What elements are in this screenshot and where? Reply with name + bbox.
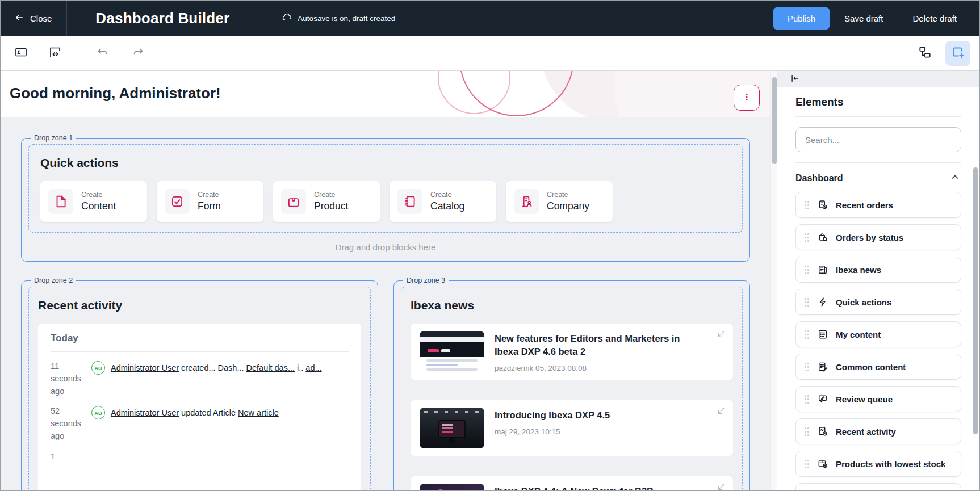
drag-handle-icon[interactable] bbox=[804, 427, 810, 437]
workspace: Good morning, Administrator! Drop zone 1… bbox=[1, 71, 979, 491]
builder-toolbar bbox=[1, 36, 979, 71]
quick-actions-block[interactable]: Quick actions CreateContentCreateFormCre… bbox=[28, 144, 743, 233]
undo-icon bbox=[95, 45, 109, 61]
avatar: AU bbox=[91, 406, 105, 419]
close-button[interactable]: Close bbox=[1, 1, 66, 36]
quick-actions-icon bbox=[817, 296, 828, 308]
ibexa-news-block[interactable]: Ibexa news New features for Editors and … bbox=[401, 287, 743, 491]
sidebar-element-item-partial[interactable] bbox=[795, 483, 961, 491]
quick-action-card-product[interactable]: CreateProduct bbox=[273, 181, 380, 222]
quick-action-card-catalog[interactable]: CreateCatalog bbox=[390, 181, 496, 222]
sidebar-element-item-products-with-lowest-stock[interactable]: Products with lowest stock bbox=[795, 451, 961, 477]
sidebar-title: Elements bbox=[795, 96, 961, 108]
news-title: Ibexa DXP 4.4: A New Dawn for B2B Ecomme… bbox=[495, 485, 724, 491]
close-label: Close bbox=[30, 14, 52, 23]
quick-action-cards: CreateContentCreateFormCreateProductCrea… bbox=[40, 181, 731, 222]
news-title: Introducing Ibexa DXP 4.5 bbox=[495, 409, 629, 422]
sidebar-element-label: Recent activity bbox=[836, 427, 896, 437]
sidebar-collapse-strip bbox=[777, 71, 979, 87]
activity-group-label: Today bbox=[51, 333, 349, 344]
sidebar-element-item-ibexa-news[interactable]: Ibexa news bbox=[795, 257, 961, 283]
activity-text: Administrator User updated Article New a… bbox=[111, 405, 279, 442]
topbar-divider bbox=[66, 1, 67, 36]
drop-zone-3-label: Drop zone 3 bbox=[403, 276, 449, 284]
elements-search-input[interactable] bbox=[795, 127, 961, 152]
add-window-icon bbox=[950, 45, 965, 61]
activity-link[interactable]: Default das... bbox=[246, 363, 295, 372]
drop-zone-1[interactable]: Drop zone 1 Quick actions CreateContentC… bbox=[21, 134, 750, 262]
sidebar-element-item-my-content[interactable]: My content bbox=[795, 321, 961, 347]
header-kebab-menu-button[interactable] bbox=[734, 85, 760, 111]
chevron-up-icon bbox=[950, 172, 960, 184]
quick-action-card-company[interactable]: CreateCompany bbox=[506, 181, 613, 222]
delete-draft-button[interactable]: Delete draft bbox=[898, 7, 971, 30]
drop-zone-1-label: Drop zone 1 bbox=[31, 134, 76, 142]
sidebar-element-item-review-queue[interactable]: Review queue bbox=[795, 386, 961, 412]
activity-link[interactable]: ad... bbox=[305, 363, 321, 372]
quick-action-text: CreateContent bbox=[81, 191, 116, 212]
sidebar-element-item-recent-orders[interactable]: Recent orders bbox=[795, 192, 961, 218]
common-content-icon bbox=[817, 361, 828, 372]
quick-action-text: CreateCatalog bbox=[430, 191, 464, 212]
news-icon bbox=[817, 264, 828, 275]
external-link-icon[interactable] bbox=[717, 329, 726, 341]
publish-button[interactable]: Publish bbox=[773, 7, 830, 30]
text-field-tool-button[interactable] bbox=[9, 41, 33, 66]
drag-handle-icon[interactable] bbox=[804, 200, 810, 210]
elements-sidebar: Elements Dashboard Recent ordersOrders b… bbox=[777, 71, 979, 491]
topbar-actions: Publish Save draft Delete draft bbox=[773, 7, 979, 30]
drop-zone-3[interactable]: Drop zone 3 Ibexa news New features for … bbox=[393, 276, 750, 491]
collapse-sidebar-button[interactable] bbox=[790, 73, 800, 85]
quick-action-card-form[interactable]: CreateForm bbox=[157, 181, 263, 222]
quick-action-prefix: Create bbox=[430, 191, 464, 199]
save-draft-button[interactable]: Save draft bbox=[830, 7, 898, 30]
drag-handle-icon[interactable] bbox=[804, 233, 810, 242]
news-thumbnail-webpage bbox=[420, 331, 484, 372]
quick-action-card-content[interactable]: CreateContent bbox=[40, 181, 147, 222]
topbar: Close Dashboard Builder Autosave is on, … bbox=[1, 1, 979, 36]
sidebar-elements-list: Recent ordersOrders by statusIbexa newsQ… bbox=[795, 192, 961, 477]
news-card[interactable]: New features for Editors and Marketers i… bbox=[411, 324, 733, 380]
news-date: październik 05, 2023 08:08 bbox=[495, 364, 724, 372]
sidebar-element-item-common-content[interactable]: Common content bbox=[795, 354, 961, 380]
recent-activity-block[interactable]: Recent activity Today 11 seconds agoAUAd… bbox=[28, 287, 371, 491]
collapse-section-button[interactable] bbox=[949, 171, 961, 185]
activity-link[interactable]: Administrator User bbox=[111, 363, 179, 372]
news-card-body: Ibexa DXP 4.4: A New Dawn for B2B Ecomme… bbox=[495, 484, 724, 491]
drag-handle-icon[interactable] bbox=[804, 395, 810, 404]
news-card[interactable]: Introducing Ibexa DXP 4.5maj 29, 2023 10… bbox=[411, 400, 733, 456]
sidebar-element-item-quick-actions[interactable]: Quick actions bbox=[795, 289, 961, 315]
sidebar-element-label: Review queue bbox=[836, 395, 893, 404]
drag-handle-icon[interactable] bbox=[804, 297, 810, 307]
quick-action-prefix: Create bbox=[198, 191, 221, 199]
external-link-icon[interactable] bbox=[717, 406, 726, 418]
sidebar-divider bbox=[795, 116, 961, 117]
sidebar-element-label: Common content bbox=[836, 362, 906, 372]
sidebar-element-item-orders-by-status[interactable]: Orders by status bbox=[795, 224, 961, 250]
sidebar-element-label: Products with lowest stock bbox=[836, 459, 945, 469]
undo-button[interactable] bbox=[90, 41, 115, 66]
quick-actions-title: Quick actions bbox=[40, 156, 731, 170]
drag-handle-icon[interactable] bbox=[804, 459, 810, 469]
external-link-icon[interactable] bbox=[717, 482, 726, 491]
news-date: maj 29, 2023 10:15 bbox=[495, 427, 629, 436]
drag-handle-icon[interactable] bbox=[804, 265, 810, 275]
drag-handle-icon[interactable] bbox=[804, 330, 810, 339]
main-scrollbar[interactable] bbox=[770, 71, 777, 491]
sidebar-scrollbar-thumb[interactable] bbox=[973, 167, 978, 434]
activity-link[interactable]: New article bbox=[238, 408, 279, 417]
redo-button[interactable] bbox=[126, 41, 151, 66]
company-icon bbox=[514, 189, 539, 214]
sidebar-element-item-recent-activity[interactable]: Recent activity bbox=[795, 418, 961, 444]
ibexa-news-title: Ibexa news bbox=[411, 299, 733, 312]
resize-window-tool-button[interactable] bbox=[43, 41, 68, 66]
main-scrollbar-thumb[interactable] bbox=[772, 77, 777, 164]
sidebar-element-label: Ibexa news bbox=[836, 265, 881, 275]
news-card[interactable]: Ibexa DXP 4.4: A New Dawn for B2B Ecomme… bbox=[411, 476, 733, 491]
add-element-mode-button[interactable] bbox=[945, 41, 970, 66]
drop-zone-2[interactable]: Drop zone 2 Recent activity Today 11 sec… bbox=[21, 276, 378, 491]
drag-handle-icon[interactable] bbox=[804, 362, 810, 372]
activity-text-segment: updated Article bbox=[179, 408, 238, 417]
activity-link[interactable]: Administrator User bbox=[111, 408, 179, 417]
structure-view-button[interactable] bbox=[912, 41, 937, 66]
